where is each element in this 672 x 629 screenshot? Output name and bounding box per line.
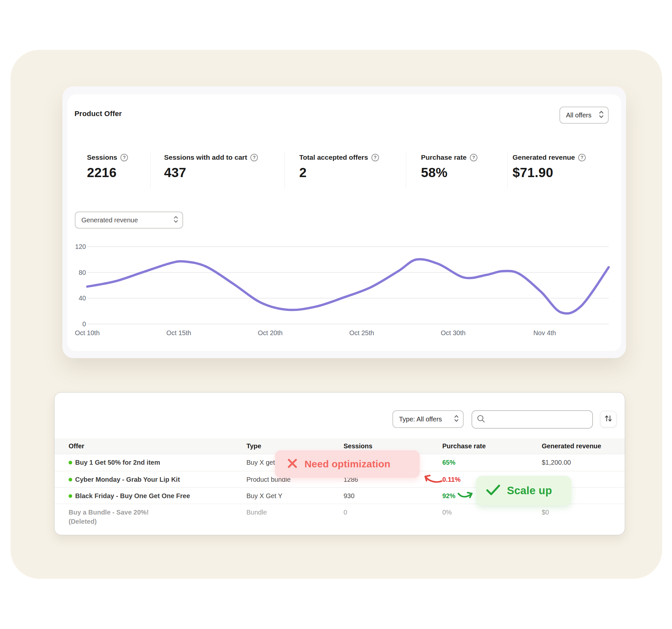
analytics-card-shadow-layer: Product Offer All offers Sessions? 2216 … [62, 86, 626, 358]
stat-sessions: Sessions? 2216 [87, 153, 128, 180]
active-status-dot [69, 461, 72, 464]
x-tick-label: Oct 25th [350, 329, 375, 337]
stat-generated-revenue: Generated revenue? $71.90 [512, 153, 586, 180]
help-icon[interactable]: ? [120, 154, 128, 161]
chevron-updown-icon [599, 109, 604, 121]
offer-purchase-rate: 65% [442, 454, 455, 471]
scale-up-badge: Scale up [476, 476, 571, 505]
x-tick-label: Nov 4th [533, 329, 556, 337]
offer-type: Buy X Get Y [246, 488, 283, 504]
badge-label: Need optimization [305, 458, 390, 470]
stat-divider [507, 152, 508, 189]
offer-name: Buy a Bundle - Save 20%! [69, 508, 149, 517]
help-icon[interactable]: ? [250, 154, 258, 161]
chevron-updown-icon [454, 414, 459, 424]
badge-label: Scale up [507, 484, 552, 497]
x-icon [287, 458, 298, 470]
offers-filter-value: All offers [566, 111, 591, 119]
offer-name: Black Friday - Buy One Get One Free [75, 488, 190, 504]
offers-filter-select[interactable]: All offers [559, 107, 609, 124]
y-tick-label: 40 [67, 295, 86, 302]
search-field[interactable] [472, 410, 593, 429]
offer-revenue: $1,200.00 [542, 454, 571, 471]
offer-name: Cyber Monday - Grab Your Lip Kit [75, 471, 180, 488]
column-header-purchase-rate[interactable]: Purchase rate [442, 438, 486, 454]
column-header-type[interactable]: Type [246, 438, 261, 454]
stat-label: Sessions [87, 153, 117, 161]
column-header-offer[interactable]: Offer [69, 438, 84, 454]
y-tick-label: 120 [67, 243, 86, 250]
search-icon [477, 414, 485, 424]
table-row-deleted[interactable]: Buy a Bundle - Save 20%! (Deleted) Bundl… [54, 504, 625, 535]
offer-sessions: 930 [343, 488, 354, 504]
stat-value: 58% [421, 165, 477, 180]
sort-button[interactable] [600, 411, 617, 427]
help-icon[interactable]: ? [470, 154, 477, 161]
stat-divider [406, 152, 406, 189]
offer-deleted-label: (Deleted) [69, 517, 149, 526]
sort-arrows-icon [604, 414, 613, 424]
chart-metric-value: Generated revenue [81, 217, 138, 224]
active-status-dot [69, 494, 72, 498]
offer-purchase-rate: 92% [442, 488, 455, 504]
active-status-dot [69, 478, 72, 481]
stat-divider [150, 152, 151, 189]
offer-type: Bundle [246, 504, 267, 521]
stat-label: Sessions with add to cart [164, 153, 247, 161]
revenue-line [87, 259, 609, 313]
chevron-updown-icon [174, 215, 178, 225]
stat-purchase-rate: Purchase rate? 58% [421, 153, 477, 180]
x-tick-label: Oct 10th [75, 329, 100, 337]
type-filter-select[interactable]: Type: All offers [392, 410, 464, 428]
x-tick-label: Oct 20th [258, 329, 283, 337]
offers-table-card: Type: All offers Offer Type Sessions Pur… [54, 392, 625, 535]
type-filter-value: Type: All offers [399, 416, 442, 423]
stat-value: 2216 [87, 165, 128, 180]
x-tick-label: Oct 30th [441, 329, 465, 337]
stat-value: 437 [164, 165, 258, 180]
offer-sessions: 0 [343, 504, 347, 521]
stat-label: Generated revenue [512, 153, 575, 161]
stats-row: Sessions? 2216 Sessions with add to cart… [67, 152, 621, 192]
offer-revenue: $0 [542, 504, 549, 521]
y-tick-label: 80 [67, 269, 86, 276]
analytics-card: Product Offer All offers Sessions? 2216 … [67, 95, 621, 351]
need-optimization-badge: Need optimization [275, 450, 420, 478]
offer-purchase-rate: 0.11% [442, 471, 461, 488]
stat-value: 2 [299, 165, 379, 180]
stat-total-accepted-offers: Total accepted offers? 2 [299, 153, 379, 180]
stat-sessions-add-to-cart: Sessions with add to cart? 437 [164, 153, 258, 180]
column-header-generated-revenue[interactable]: Generated revenue [542, 438, 601, 454]
x-tick-label: Oct 15th [166, 329, 191, 337]
revenue-line-chart[interactable] [87, 243, 609, 328]
check-icon [486, 484, 500, 497]
offer-purchase-rate: 0% [442, 504, 452, 521]
chart-metric-select[interactable]: Generated revenue [75, 211, 183, 229]
stat-label: Purchase rate [421, 153, 466, 161]
help-icon[interactable]: ? [371, 154, 379, 161]
page-title: Product Offer [74, 109, 122, 118]
search-input[interactable] [488, 416, 588, 424]
y-tick-label: 0 [67, 320, 86, 328]
stat-value: $71.90 [512, 165, 586, 180]
page: Product Offer All offers Sessions? 2216 … [0, 0, 672, 629]
stat-divider [285, 152, 285, 189]
red-curved-arrow-icon [421, 473, 443, 483]
help-icon[interactable]: ? [578, 154, 586, 161]
green-curved-arrow-icon [457, 490, 475, 500]
stat-label: Total accepted offers [299, 153, 368, 161]
offer-name: Buy 1 Get 50% for 2nd item [75, 454, 160, 471]
